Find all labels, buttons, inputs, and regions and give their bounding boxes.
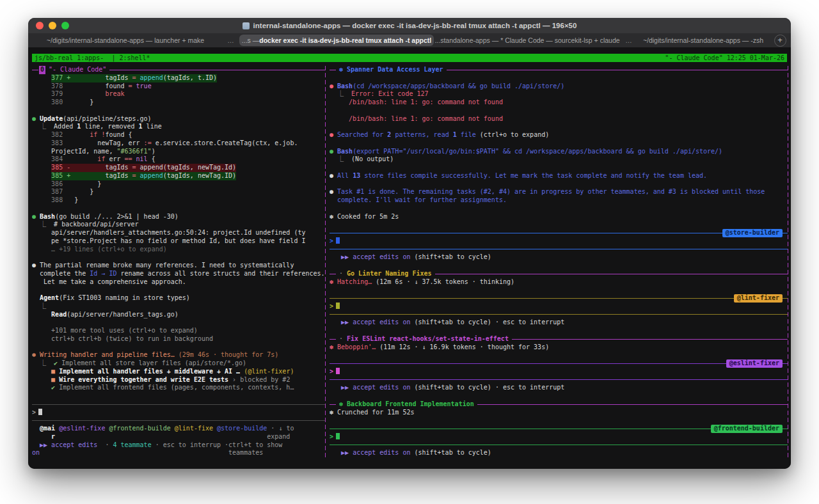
blank-line [32, 107, 325, 115]
terminal-line: ✽ Writing handler and pipeline files… (2… [32, 351, 325, 359]
fullscreen-button[interactable] [61, 22, 69, 29]
pane-agents-column: ✽ Spanner Data Access Layer ● Bash(cd /w… [326, 66, 788, 457]
terminal-line: ▶▶ accept edits on (shift+tab to cycle) [330, 449, 788, 457]
new-tab-button[interactable]: + [769, 33, 791, 47]
terminal-line: on teammates [32, 449, 325, 457]
blank-line [330, 205, 788, 213]
blank-line [32, 286, 325, 294]
tmux-clock: "- Claude Code" 12:25 01-Mar-26 [665, 54, 784, 61]
blank-line [330, 327, 788, 335]
terminal-line: ⎿ (No output) [330, 155, 788, 164]
window-controls [36, 22, 69, 29]
terminal-window: internal-standalone-apps — docker exec -… [28, 18, 791, 469]
blank-line [330, 392, 788, 400]
terminal-line: 387 } [32, 188, 325, 196]
terminal-line: ✽ Hatching… (12m 6s · ↓ 37.5k tokens · t… [330, 278, 788, 287]
terminal-line: Agent(Fix ST1003 naming in store types) [32, 294, 325, 303]
terminal-line: ⎿ ✔ Implement all store layer files (api… [32, 359, 325, 368]
blank-line [330, 74, 788, 83]
prompt-lint-fixer[interactable]: > [330, 303, 788, 311]
blank-line [330, 262, 788, 270]
terminal-line: api/server/handlers_attachments.go:50:24… [32, 229, 325, 237]
terminal-line: 378 found = true [32, 83, 325, 91]
input-border-line [32, 416, 325, 425]
tab-overflow-left[interactable]: … [223, 33, 239, 47]
blank-line [330, 139, 788, 148]
terminal-line: ● All 13 store files compile successfull… [330, 172, 788, 180]
tab-claude-code[interactable]: ...standalone-apps — * Claude Code — sou… [434, 33, 621, 47]
pane-title: Backboard Frontend Implementation [347, 400, 474, 407]
pane-header-lint-fixer: · Go Linter Naming Fixes [330, 270, 788, 278]
tab-docker-tmux-active[interactable]: ...s — docker exec -it isa-dev-js-bb-rea… [239, 35, 434, 46]
pane-rule-line [330, 311, 788, 319]
agent-separator: @lint-fixer [330, 294, 788, 303]
pane-header-store-builder: ✽ Spanner Data Access Layer [330, 66, 788, 74]
terminal-line: ✽ Beboppin'… (11m 12s · ↓ 16.9k tokens ·… [330, 343, 788, 352]
prompt-eslint-fixer[interactable]: > [330, 368, 788, 376]
terminal-line: ● Searched for 2 patterns, read 1 file (… [330, 131, 788, 139]
terminal-line: 386 } [32, 180, 325, 189]
terminal-line: ■ Implement all handler files + middlewa… [32, 368, 325, 376]
agent-badge: @frontend-builder [711, 425, 783, 433]
terminal-line: ctrl+b ctrl+b (twice) to run in backgrou… [32, 335, 325, 343]
tmux-panes: 0"- Claude Code" 377 + tagIds = append(t… [28, 66, 791, 457]
blank-line [330, 221, 788, 229]
prompt-main[interactable]: > [32, 409, 325, 417]
tmux-status-bar: js/bb-real 1:apps- | 2:shell* "- Claude … [32, 54, 787, 62]
agent-separator: @store-builder [330, 229, 788, 237]
terminal-line: complete the Id → ID rename across all s… [32, 270, 325, 278]
terminal-line: 380 } [32, 98, 325, 107]
tab-label-prefix: ...s — [242, 36, 259, 44]
terminal-line: 382 if !found { [32, 131, 325, 139]
pane-claude-code-main: 0"- Claude Code" 377 + tagIds = append(t… [32, 66, 325, 457]
tab-label: ~/digits/internal-standalone-apps — laun… [47, 36, 204, 44]
terminal-content: js/bb-real 1:apps- | 2:shell* "- Claude … [28, 54, 791, 469]
prompt-frontend-builder[interactable]: > [330, 433, 788, 441]
terminal-line: 379 break [32, 90, 325, 98]
terminal-line: Read(api/server/handlers_tags.go) [32, 311, 325, 319]
terminal-line: ● Bash(go build ./... 2>&1 | head -30) [32, 213, 325, 221]
terminal-line: @mai @eslint-fixe @frontend-builde @lint… [32, 425, 325, 433]
close-button[interactable] [36, 22, 44, 29]
terminal-line: pe *store.Project has no field or method… [32, 237, 325, 246]
terminal-line: 383 newTag, err := e.service.store.Creat… [32, 139, 325, 148]
text-cursor [336, 303, 340, 309]
pane-header-frontend-builder: ✽ Backboard Frontend Implementation [330, 400, 788, 409]
text-cursor [336, 237, 340, 244]
blank-line [330, 416, 788, 425]
blank-line [330, 164, 788, 172]
tab-bar: ~/digits/internal-standalone-apps — laun… [28, 33, 791, 47]
agent-badge: @store-builder [722, 229, 783, 237]
tab-label: ~/digits/internal-standalone-apps — -zsh [643, 36, 763, 44]
terminal-line: … +19 lines (ctrl+o to expand) [32, 246, 325, 254]
agent-separator: @frontend-builder [330, 425, 788, 433]
blank-line [330, 180, 788, 189]
tab-label: ...standalone-apps — * Claude Code — sou… [434, 36, 619, 44]
agent-separator: @eslint-fixer [330, 359, 788, 368]
pane-rule-line [330, 246, 788, 254]
prompt-store-builder[interactable]: > [330, 237, 788, 246]
tab-launcher[interactable]: ~/digits/internal-standalone-apps — laun… [28, 33, 223, 47]
pane-header-main: 0"- Claude Code" [32, 66, 325, 74]
terminal-line: ● The partial rename broke many referenc… [32, 262, 325, 270]
terminal-line: complete. I'll wait for further assignme… [330, 196, 788, 205]
minimize-button[interactable] [49, 22, 56, 29]
terminal-line: r expand [32, 433, 325, 441]
terminal-line: +101 more tool uses (ctrl+o to expand) [32, 327, 325, 335]
pane-title: Go Linter Naming Fixes [347, 270, 431, 277]
terminal-line: ● Task #1 is done. The remaining tasks (… [330, 188, 788, 196]
blank-line [32, 253, 325, 262]
input-border-line [32, 400, 325, 409]
pane-title: "- Claude Code" [49, 66, 106, 73]
terminal-line: ▶▶ accept edits · 4 teammate · esc to in… [32, 441, 325, 450]
terminal-line: 388 } [32, 196, 325, 205]
text-cursor [336, 368, 340, 374]
tab-overflow-right[interactable]: … [621, 33, 637, 47]
tmux-session-windows[interactable]: js/bb-real 1:apps- | 2:shell* [35, 54, 150, 61]
agent-badge: @lint-fixer [734, 294, 783, 303]
tab-zsh[interactable]: ~/digits/internal-standalone-apps — -zsh [637, 33, 769, 47]
terminal-line: 384 if err == nil { [32, 155, 325, 164]
terminal-line: Let me take a comprehensive approach. [32, 278, 325, 287]
terminal-line: ⎿ [32, 303, 325, 311]
terminal-line: ✔ Implement all frontend files (pages, c… [32, 384, 325, 392]
